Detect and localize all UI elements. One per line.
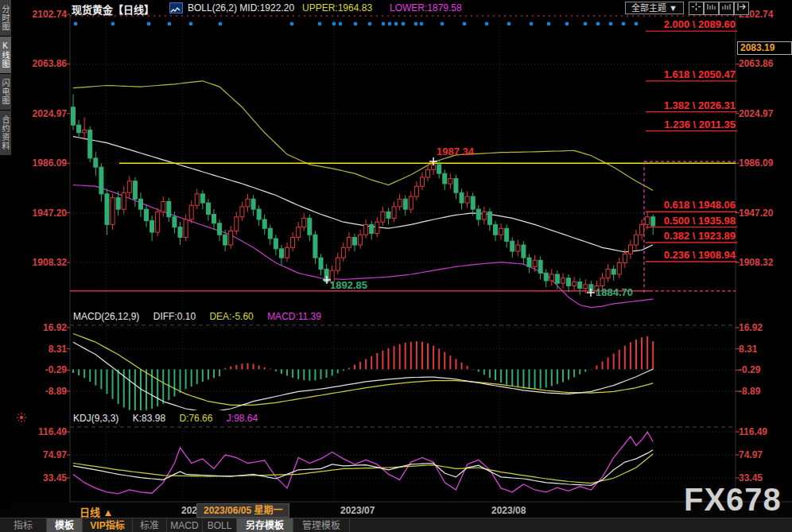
- tab-boll[interactable]: BOLL: [203, 518, 237, 532]
- date-label-truncated: 202: [181, 505, 197, 516]
- crosshair-tool-button[interactable]: [689, 2, 704, 15]
- kdj-name: KDJ(9,3,3): [73, 413, 118, 424]
- pan-right-button[interactable]: [734, 2, 749, 15]
- kdj-axis-label-left: 74.97: [19, 449, 67, 460]
- macd-name: MACD(26,12,9): [73, 311, 139, 322]
- zoom-out-candles-button[interactable]: [704, 2, 719, 15]
- macd-axis-label-right: -0.29: [739, 364, 760, 375]
- macd-axis-label-right: 8.31: [739, 344, 757, 355]
- kdj-axis-label-left: 116.49: [19, 426, 67, 437]
- fib-level-label: 0.382 \ 1923.89: [616, 230, 736, 242]
- kdj-axis-label-right: 116.49: [739, 426, 767, 437]
- price-axis-label-right: 1986.09: [739, 157, 773, 169]
- crosshair-date-tooltip: 2023/06/05 星期一: [196, 503, 289, 518]
- macd-macd-readout: MACD:11.39: [267, 311, 321, 322]
- sidebar-item-lightning-chart[interactable]: 闪电图: [0, 74, 11, 110]
- swing-high-annotation: 1987.34: [437, 146, 474, 157]
- kdj-k-readout: K:83.98: [133, 413, 165, 424]
- price-axis-label-left: 1947.20: [19, 208, 67, 219]
- boll-readout: BOLL(26,2) MID:1922.20: [188, 2, 294, 14]
- fib-level-label: 1.618 \ 2050.47: [616, 68, 736, 80]
- macd-dea-readout: DEA:-5.60: [209, 311, 253, 322]
- fx678-watermark: FX678: [684, 482, 782, 518]
- macd-axis-label-left: -8.89: [19, 386, 67, 397]
- swing-low-aug-annotation: 1884.70: [596, 286, 633, 298]
- fib-level-label: 2.000 \ 2089.60: [616, 18, 736, 30]
- price-axis-label-right: 1908.32: [739, 257, 773, 268]
- price-axis-label-left: 2063.86: [19, 58, 67, 69]
- theme-dropdown-button[interactable]: 全部主题 ▼: [625, 2, 684, 14]
- price-axis-label-right: 2024.97: [739, 108, 773, 119]
- mini-chart-icon: [169, 2, 183, 14]
- macd-axis-label-right: 16.92: [739, 322, 763, 333]
- sidebar-item-contract-info[interactable]: 合约资料: [0, 111, 11, 155]
- tab-templates[interactable]: 模板: [47, 518, 83, 532]
- month-label-august: 2023/08: [491, 505, 526, 516]
- fib-level-label: 0.618 \ 1948.06: [616, 199, 736, 211]
- sidebar-item-time-chart[interactable]: 分时图: [0, 0, 11, 36]
- chart-type-sidebar: 分时图 K线图 闪电图 合约资料: [0, 0, 11, 509]
- tab-manage-templates[interactable]: 管理模板: [293, 518, 350, 532]
- kdj-axis-label-left: 33.45: [19, 472, 67, 483]
- macd-axis-label-left: 8.31: [19, 344, 67, 355]
- fib-level-label: 0.500 \ 1935.98: [616, 215, 736, 227]
- price-axis-label-right: 1947.20: [739, 208, 773, 219]
- swing-low-june-annotation: 1892.85: [330, 279, 367, 291]
- symbol-title: 现货黄金【日线】: [72, 2, 154, 17]
- macd-axis-label-left: -0.29: [19, 364, 67, 375]
- current-price-badge: 2083.19: [737, 41, 792, 55]
- tab-macd[interactable]: MACD: [167, 518, 203, 532]
- macd-axis-label-right: -8.89: [739, 386, 760, 397]
- macd-pane-header: MACD(26,12,9) DIFF:0.10 DEA:-5.60 MACD:1…: [73, 311, 332, 322]
- fib-level-label: 0.236 \ 1908.94: [616, 249, 736, 261]
- zoom-in-candles-button[interactable]: [719, 2, 734, 15]
- tab-save-template[interactable]: 另存模板: [237, 518, 293, 532]
- kdj-pane-header: KDJ(9,3,3) K:83.98 D:76.66 J:98.64: [73, 413, 269, 424]
- trading-terminal: 分时图 K线图 闪电图 合约资料 现货黄金【日线】 BOLL(26,2) MID…: [0, 0, 792, 532]
- macd-axis-label-left: 16.92: [19, 322, 67, 333]
- month-label-july: 2023/07: [340, 505, 375, 516]
- fib-level-label: 1.236 \ 2011.35: [616, 118, 736, 130]
- kdj-d-readout: D:76.66: [179, 413, 212, 424]
- macd-diff-readout: DIFF:0.10: [153, 311, 196, 322]
- boll-upper-readout: UPPER:1964.83: [302, 2, 372, 14]
- price-axis-label-left: 1986.09: [19, 157, 67, 169]
- indicator-settings-icon[interactable]: [16, 412, 27, 426]
- tab-indicators[interactable]: 指标: [0, 518, 47, 532]
- bottom-tab-bar: 指标 模板 VIP指标 标准 MACD BOLL 另存模板 管理模板: [0, 518, 792, 532]
- sidebar-item-kline-chart[interactable]: K线图: [0, 37, 11, 73]
- kdj-axis-label-right: 74.97: [739, 449, 763, 460]
- boll-lower-readout: LOWER:1879.58: [390, 2, 462, 14]
- price-axis-label-right: 2063.86: [739, 58, 773, 69]
- fib-level-label: 1.382 \ 2026.31: [616, 99, 736, 111]
- price-axis-label-left: 1908.32: [19, 257, 67, 268]
- price-axis-label-left: 2102.74: [19, 9, 67, 20]
- kdj-j-readout: J:98.64: [227, 413, 258, 424]
- tab-standard[interactable]: 标准: [133, 518, 167, 532]
- tab-vip-indicators[interactable]: VIP指标: [83, 518, 133, 532]
- date-axis-row: 日线 ▲ 202 2023/06/05 星期一 2023/07 2023/08: [0, 503, 792, 518]
- price-axis-label-left: 2024.97: [19, 108, 67, 119]
